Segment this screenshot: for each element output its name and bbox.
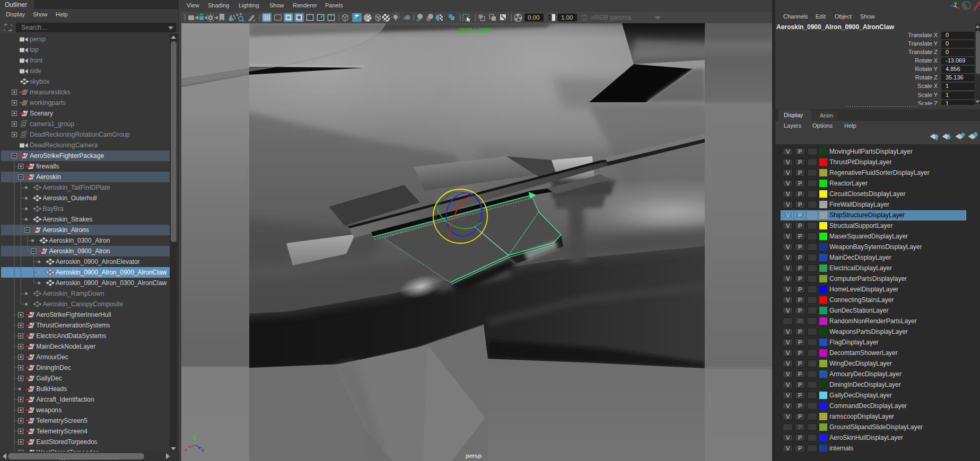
svg-text:Aeroskin_Outerhull: Aeroskin_Outerhull	[42, 194, 97, 202]
svg-text:DiningInDec: DiningInDec	[36, 364, 71, 371]
svg-text:T: T	[330, 15, 333, 21]
svg-text:TelemetryScreen4: TelemetryScreen4	[36, 428, 88, 435]
svg-text:Aeroskin_Strakes: Aeroskin_Strakes	[42, 216, 92, 223]
svg-text:Aeroskin_TailFinIDPlate: Aeroskin_TailFinIDPlate	[42, 184, 110, 191]
svg-text:Aeroskin_0300_Alron: Aeroskin_0300_Alron	[49, 237, 110, 244]
svg-text:y: y	[193, 433, 196, 438]
svg-text:EastStoredTorpeedos: EastStoredTorpeedos	[36, 438, 97, 446]
svg-text:side: side	[30, 67, 41, 75]
svg-text:persp: persp	[466, 453, 482, 459]
svg-text:BulkHeads: BulkHeads	[36, 385, 67, 393]
svg-text:Aeroskin_0900_Alron_0300_Alron: Aeroskin_0900_Alron_0300_AlronClaw	[56, 279, 167, 287]
svg-text:persp: persp	[30, 36, 46, 43]
svg-text:OFF: OFF	[581, 16, 588, 20]
svg-text:sRGB gamma: sRGB gamma	[591, 14, 632, 21]
svg-text:Scenary: Scenary	[30, 110, 53, 117]
svg-text:x: x	[185, 447, 187, 453]
svg-text:firewalls: firewalls	[36, 163, 59, 170]
svg-text:ThrustGenerationSystems: ThrustGenerationSystems	[36, 322, 110, 329]
svg-text:front: front	[30, 57, 43, 64]
svg-text:Aeroskin_CanopyComposite: Aeroskin_CanopyComposite	[42, 300, 123, 308]
svg-text:Aeroskin_0900_Alron: Aeroskin_0900_Alron	[49, 247, 110, 255]
svg-text:z: z	[202, 447, 204, 453]
svg-text:Aircraft_Identifaction: Aircraft_Identifaction	[36, 396, 94, 403]
svg-text:Aeroskin: Aeroskin	[36, 173, 61, 181]
svg-text:workingparts: workingparts	[29, 99, 66, 107]
svg-text:1.00: 1.00	[561, 14, 573, 21]
svg-text:AeroStrikeFighterPackage: AeroStrikeFighterPackage	[30, 152, 104, 159]
svg-text:camera1_group: camera1_group	[30, 120, 74, 128]
svg-text:GallyDec: GallyDec	[36, 375, 62, 382]
svg-text:Aeroskin_0900_Alron_0900_Alron: Aeroskin_0900_Alron_0900_AlronClaw	[56, 269, 167, 276]
svg-text:ArmourDec: ArmourDec	[36, 353, 68, 361]
svg-text:AeroStrikeFighterInnerHull: AeroStrikeFighterInnerHull	[36, 311, 111, 318]
svg-text:TelemetryScreen5: TelemetryScreen5	[36, 417, 88, 424]
svg-text:DeadReckoningRotationCamGroup: DeadReckoningRotationCamGroup	[30, 131, 130, 138]
svg-text:MainDeckNodeLayer: MainDeckNodeLayer	[36, 343, 95, 350]
svg-text:top: top	[30, 46, 39, 54]
svg-text:DeadReckoningCamera: DeadReckoningCamera	[30, 141, 98, 149]
svg-text:weapons: weapons	[36, 406, 62, 414]
svg-text:2500 x 3200: 2500 x 3200	[459, 27, 492, 33]
svg-text:Aeroskin_0900_AlronElevator: Aeroskin_0900_AlronElevator	[56, 258, 140, 265]
svg-text:measuresticks: measuresticks	[30, 88, 71, 96]
svg-text:Aeroskin_Alrons: Aeroskin_Alrons	[42, 226, 89, 234]
svg-text:skybox: skybox	[30, 78, 49, 85]
svg-text:BayBra: BayBra	[42, 205, 64, 212]
svg-text:Aeroskin_RampDown: Aeroskin_RampDown	[42, 290, 104, 297]
svg-text:ElectricAndDataSystems: ElectricAndDataSystems	[36, 332, 106, 340]
svg-text:0.00: 0.00	[528, 14, 539, 21]
